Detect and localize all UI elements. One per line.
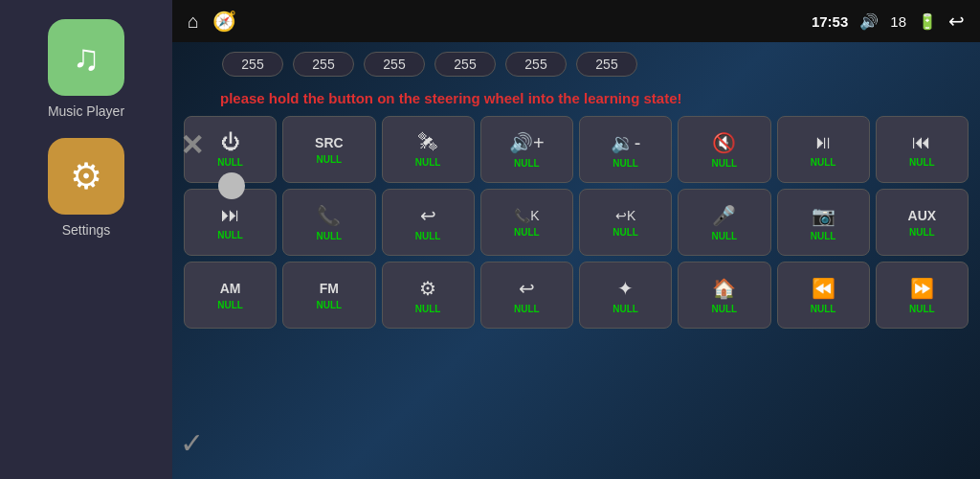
btn-home[interactable]: 🏠 NULL: [678, 262, 770, 329]
btn-am[interactable]: AM NULL: [184, 262, 277, 329]
btn-back-label: NULL: [514, 304, 540, 314]
settings-icon: ⚙: [419, 277, 436, 300]
content-area: ✕ 255 255 255 255 255 255 please hold th…: [172, 42, 980, 479]
volume-icon: 🔊: [859, 12, 879, 31]
call-icon: 📞: [317, 204, 341, 227]
fast-forward-icon: ⏩: [910, 277, 934, 300]
btn-vol-down[interactable]: 🔉- NULL: [579, 116, 672, 183]
btn-src[interactable]: SRC NULL: [282, 116, 375, 183]
am-text: AM: [220, 281, 241, 296]
mic-icon: 🎤: [712, 204, 736, 227]
btn-back-k[interactable]: ↩K NULL: [579, 189, 672, 256]
btn-home-label: NULL: [712, 304, 738, 314]
btn-mute-label: NULL: [712, 158, 738, 169]
btn-back[interactable]: ↩ NULL: [480, 262, 573, 329]
sidebar-item-settings[interactable]: ⚙ Settings: [48, 138, 124, 238]
btn-settings-label: NULL: [415, 304, 441, 314]
topbar-right: 17:53 🔊 18 🔋 ↩: [812, 10, 965, 33]
btn-hang-up-label: NULL: [415, 231, 441, 241]
btn-rewind[interactable]: ⏪ NULL: [777, 262, 870, 329]
btn-fm[interactable]: FM NULL: [282, 262, 375, 329]
btn-camera[interactable]: 📷 NULL: [777, 189, 870, 256]
close-button[interactable]: ✕: [180, 128, 204, 162]
btn-am-label: NULL: [217, 300, 243, 310]
btn-vol-down-label: NULL: [612, 158, 638, 169]
btn-vol-up-label: NULL: [514, 158, 540, 169]
call-k-text: 📞K: [514, 208, 539, 223]
nav-icon[interactable]: 🧭: [212, 10, 236, 33]
fm-text: FM: [320, 281, 339, 296]
sidebar: ♫ Music Player ⚙ Settings: [0, 0, 172, 479]
aux-text: AUX: [908, 208, 937, 223]
home-icon[interactable]: ⌂: [188, 11, 199, 33]
music-player-icon-box: ♫: [48, 19, 124, 96]
topbar: ⌂ 🧭 17:53 🔊 18 🔋 ↩: [172, 0, 980, 42]
btn-gps[interactable]: 🛰 NULL: [382, 116, 475, 183]
settings-label: Settings: [62, 222, 111, 238]
btn-settings[interactable]: ⚙ NULL: [382, 262, 475, 329]
btn-call-label: NULL: [317, 231, 343, 241]
btn-src-label: NULL: [317, 154, 343, 165]
btn-gps-label: NULL: [415, 157, 441, 168]
pill-3: 255: [434, 52, 496, 77]
btn-fast-forward-label: NULL: [909, 304, 935, 314]
btn-mic[interactable]: 🎤 NULL: [678, 189, 770, 256]
main-area: ⌂ 🧭 17:53 🔊 18 🔋 ↩ ✕ 255 255 255 255 255…: [172, 0, 980, 479]
btn-mic-label: NULL: [712, 231, 738, 241]
btn-play-pause-label: NULL: [811, 157, 836, 168]
music-player-label: Music Player: [48, 103, 124, 119]
btn-fast-forward[interactable]: ⏩ NULL: [876, 262, 969, 329]
btn-rewind-label: NULL: [811, 304, 836, 314]
rewind-icon: ⏪: [812, 277, 835, 300]
btn-mute[interactable]: 🔇 NULL: [678, 116, 770, 183]
btn-play-pause[interactable]: ⏯ NULL: [777, 116, 870, 183]
home-nav-icon: 🏠: [712, 277, 736, 300]
camera-icon: 📷: [812, 204, 835, 227]
btn-aux[interactable]: AUX NULL: [876, 189, 969, 256]
back-icon: ↩: [519, 277, 535, 300]
pill-2: 255: [364, 52, 425, 77]
instruction-row: please hold the button on the steering w…: [184, 86, 969, 110]
music-note-icon: ♫: [73, 37, 100, 79]
power-icon: ⏻: [221, 131, 240, 153]
button-grid: ⏻ NULL SRC NULL 🛰 NULL 🔊+ NULL 🔉- N: [184, 116, 969, 469]
confirm-button[interactable]: ✓: [180, 426, 204, 460]
circle-indicator: [218, 172, 245, 199]
sidebar-item-music-player[interactable]: ♫ Music Player: [48, 19, 124, 119]
mute-icon: 🔇: [712, 131, 736, 154]
vol-down-icon: 🔉-: [611, 131, 641, 154]
btn-bluetooth[interactable]: ✦ NULL: [579, 262, 672, 329]
play-pause-icon: ⏯: [813, 131, 833, 153]
btn-call-k-label: NULL: [514, 227, 540, 238]
back-k-text: ↩K: [615, 208, 635, 223]
topbar-left: ⌂ 🧭: [188, 10, 236, 33]
btn-prev[interactable]: ⏮ NULL: [876, 116, 969, 183]
btn-bluetooth-label: NULL: [612, 304, 638, 314]
pills-row: 255 255 255 255 255 255: [184, 52, 969, 77]
hang-up-icon: ↩: [420, 204, 436, 227]
btn-prev-label: NULL: [909, 157, 935, 168]
pill-4: 255: [505, 52, 567, 77]
btn-hang-up[interactable]: ↩ NULL: [382, 189, 475, 256]
btn-camera-label: NULL: [811, 231, 836, 241]
button-row-2: ⏭ NULL 📞 NULL ↩ NULL 📞K NULL ↩K NULL: [184, 189, 969, 256]
btn-power-label: NULL: [217, 157, 243, 168]
prev-icon: ⏮: [912, 131, 931, 153]
button-row-3: AM NULL FM NULL ⚙ NULL ↩ NULL ✦ NULL: [184, 262, 969, 329]
src-text: SRC: [315, 135, 344, 150]
time-display: 17:53: [812, 13, 848, 30]
btn-vol-up[interactable]: 🔊+ NULL: [480, 116, 573, 183]
btn-call[interactable]: 📞 NULL: [282, 189, 375, 256]
instruction-text: please hold the button on the steering w…: [220, 90, 682, 106]
volume-value: 18: [890, 13, 906, 30]
vol-up-icon: 🔊+: [509, 131, 545, 154]
bluetooth-icon: ✦: [617, 277, 634, 300]
button-row-1: ⏻ NULL SRC NULL 🛰 NULL 🔊+ NULL 🔉- N: [184, 116, 969, 183]
btn-fm-label: NULL: [317, 300, 343, 310]
gps-icon: 🛰: [418, 131, 437, 153]
btn-call-k[interactable]: 📞K NULL: [480, 189, 573, 256]
btn-aux-label: NULL: [909, 227, 935, 238]
settings-icon-box: ⚙: [48, 138, 124, 215]
back-icon[interactable]: ↩: [948, 10, 965, 33]
btn-next-label: NULL: [217, 230, 243, 240]
